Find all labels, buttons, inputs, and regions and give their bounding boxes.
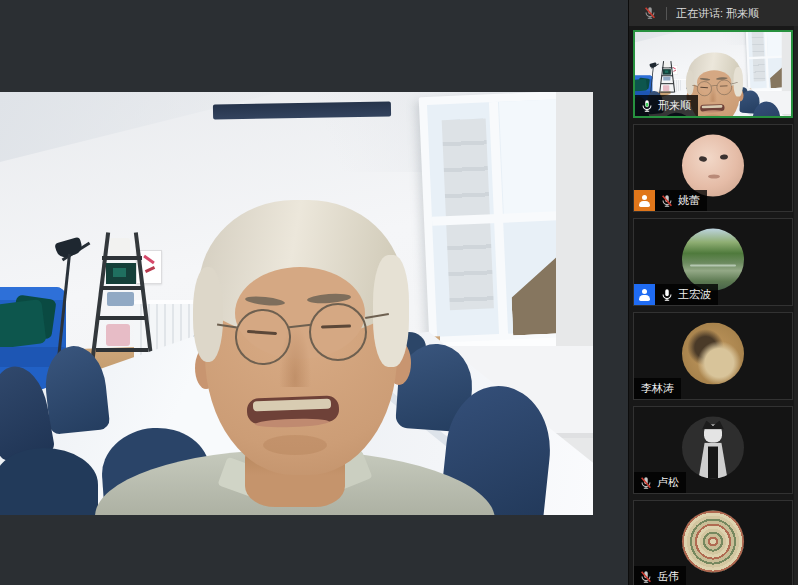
speaker-person <box>95 197 495 515</box>
participant-list: 邢来顺 <box>633 30 793 585</box>
avatar <box>682 229 744 291</box>
participant-badge-icon <box>634 190 655 211</box>
participants-sidebar: 正在讲话: 邢来顺 <box>628 0 798 585</box>
sofa-pillow <box>635 79 647 92</box>
participant-name: 岳伟 <box>657 569 679 584</box>
participant-tile-active-speaker[interactable]: 邢来顺 <box>633 30 793 118</box>
avatar <box>682 323 744 385</box>
sidebar-scrollbar[interactable] <box>794 26 798 585</box>
ceiling-beam <box>213 101 391 119</box>
window-sky <box>499 99 562 219</box>
participant-tile[interactable]: 卢松 <box>633 406 793 494</box>
participant-tile[interactable]: 姚蕾 <box>633 124 793 212</box>
speaking-status-bar: 正在讲话: 邢来顺 <box>629 0 798 26</box>
mic-muted-icon <box>639 476 653 490</box>
participant-name: 卢松 <box>657 475 679 490</box>
speaking-status-text: 正在讲话: 邢来顺 <box>676 6 759 21</box>
avatar <box>682 511 744 573</box>
name-label: 王宏波 <box>655 284 718 305</box>
participant-tile[interactable]: 王宏波 <box>633 218 793 306</box>
main-video-feed[interactable] <box>0 92 593 515</box>
glasses <box>717 80 732 95</box>
participant-tile[interactable]: 岳伟 <box>633 500 793 585</box>
mic-active-icon <box>640 99 654 113</box>
avatar <box>682 417 744 479</box>
participant-name: 邢来顺 <box>658 98 691 113</box>
name-label: 卢松 <box>634 472 686 493</box>
divider <box>666 7 667 20</box>
name-label: 李林涛 <box>634 378 681 399</box>
participant-name: 王宏波 <box>678 287 711 302</box>
mic-on-icon <box>660 288 674 302</box>
participant-badge-icon <box>634 284 655 305</box>
mic-muted-icon <box>639 570 653 584</box>
sofa-pillow <box>0 299 46 349</box>
name-label: 姚蕾 <box>655 190 707 211</box>
participant-name: 姚蕾 <box>678 193 700 208</box>
avatar <box>682 135 744 197</box>
mic-muted-icon <box>660 194 674 208</box>
mic-muted-icon <box>643 6 657 20</box>
participant-name: 李林涛 <box>641 381 674 396</box>
glasses <box>309 303 367 361</box>
name-label: 岳伟 <box>634 566 686 585</box>
main-stage <box>0 0 628 585</box>
name-label: 邢来顺 <box>635 95 698 116</box>
participant-tile[interactable]: 李林涛 <box>633 312 793 400</box>
meeting-room-scene <box>0 92 593 515</box>
